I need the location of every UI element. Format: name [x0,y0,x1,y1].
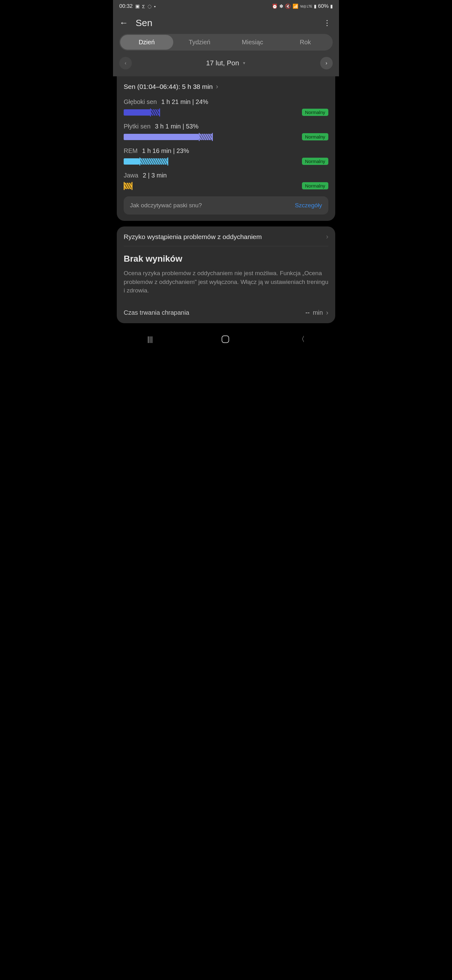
stage-awake-bar [124,183,255,189]
breathing-title: Ryzyko wystąpienia problemów z oddychani… [124,233,262,240]
stage-light-name: Płytki sen [124,123,151,130]
sleep-session-button[interactable]: Sen (01:04–06:44): 5 h 38 min › [124,83,328,91]
content-area: Sen (01:04–06:44): 5 h 38 min › Głęboki … [113,76,339,323]
breathing-result-body: Ocena ryzyka problemów z oddychaniem nie… [124,269,328,295]
chevron-right-icon: › [326,309,328,317]
stage-deep: Głęboki sen 1 h 21 min | 24% Normalny [124,98,328,116]
status-bar: 00:32 ▣ Σ ◌ • ⏰ ✽ 🔇 📶 Vo)) LTE ▮ 60% ▮ [113,0,339,11]
stage-rem: REM 1 h 16 min | 23% Normalny [124,147,328,165]
battery-text: 60% [318,3,329,10]
stage-awake-badge: Normalny [302,182,328,189]
back-button[interactable]: ← [119,18,128,28]
tab-month[interactable]: Miesiąc [226,35,279,49]
stage-awake-name: Jawa [124,172,138,179]
chevron-right-icon: › [325,60,327,66]
sleep-info-button[interactable]: Jak odczytywać paski snu? Szczegóły [124,196,328,215]
app-header: ← Sen ⋮ [113,11,339,34]
snoring-button[interactable]: Czas trwania chrapania -- min › [124,309,328,317]
dot-icon: • [154,4,156,9]
dropdown-icon: ▼ [242,61,246,65]
system-nav-bar: ||| 〈 [113,329,339,348]
date-picker[interactable]: 17 lut, Pon ▼ [206,59,246,67]
wifi-icon: 📶 [293,3,298,9]
status-left: 00:32 ▣ Σ ◌ • [119,3,156,10]
page-title: Sen [136,18,316,28]
home-button[interactable] [222,336,229,343]
stage-deep-bar [124,109,255,116]
lte-icon: Vo)) LTE [300,5,312,8]
snoring-label: Czas trwania chrapania [124,309,189,316]
stage-light-bar [124,134,255,140]
prev-date-button[interactable]: ‹ [119,57,132,69]
chevron-right-icon: › [326,233,328,241]
breathing-title-button[interactable]: Ryzyko wystąpienia problemów z oddychani… [124,233,328,246]
status-right: ⏰ ✽ 🔇 📶 Vo)) LTE ▮ 60% ▮ [272,3,333,10]
snoring-unit: min [312,309,323,316]
date-navigator: ‹ 17 lut, Pon ▼ › [113,57,339,72]
battery-icon: ▮ [330,3,333,9]
session-label: Sen (01:04–06:44): 5 h 38 min [124,83,213,91]
stage-awake: Jawa 2 | 3 min Normalny [124,172,328,189]
stage-rem-bar [124,158,255,165]
chevron-right-icon: › [216,83,218,91]
status-time: 00:32 [119,3,133,10]
mute-icon: 🔇 [285,3,291,9]
stage-deep-name: Głęboki sen [124,98,157,105]
breathing-card: Ryzyko wystąpienia problemów z oddychani… [117,226,335,323]
stage-rem-name: REM [124,147,138,154]
back-nav-button[interactable]: 〈 [298,334,305,344]
stage-deep-value: 1 h 21 min | 24% [161,98,208,105]
alarm-icon: ⏰ [272,3,278,9]
more-menu-button[interactable]: ⋮ [323,19,333,27]
stage-rem-badge: Normalny [302,158,328,165]
tab-week[interactable]: Tydzień [173,35,226,49]
current-date: 17 lut, Pon [206,59,239,67]
stage-awake-value: 2 | 3 min [143,172,167,179]
bluetooth-icon: ✽ [279,3,284,9]
snoring-value: -- [305,309,309,316]
signal-icon: ▮ [314,3,316,9]
stage-rem-value: 1 h 16 min | 23% [142,147,189,154]
tab-year[interactable]: Rok [279,35,332,49]
next-date-button[interactable]: › [320,57,333,69]
period-tabs: Dzień Tydzień Miesiąc Rok [119,34,333,51]
breathing-result-heading: Brak wyników [124,254,328,264]
stage-light-badge: Normalny [302,133,328,140]
stage-light: Płytki sen 3 h 1 min | 53% Normalny [124,123,328,140]
chevron-left-icon: ‹ [125,60,126,66]
recents-button[interactable]: ||| [147,335,152,343]
sleep-card: Sen (01:04–06:44): 5 h 38 min › Głęboki … [117,76,335,221]
header-zone: ← Sen ⋮ Dzień Tydzień Miesiąc Rok ‹ 17 l… [113,11,339,76]
info-link: Szczegóły [295,202,322,209]
chat-icon: ◌ [147,3,152,9]
tab-day[interactable]: Dzień [120,35,173,49]
stage-deep-badge: Normalny [302,109,328,116]
stage-light-value: 3 h 1 min | 53% [155,123,199,130]
info-question: Jak odczytywać paski snu? [130,202,202,209]
gallery-icon: ▣ [135,3,140,9]
sigma-icon: Σ [142,4,145,9]
